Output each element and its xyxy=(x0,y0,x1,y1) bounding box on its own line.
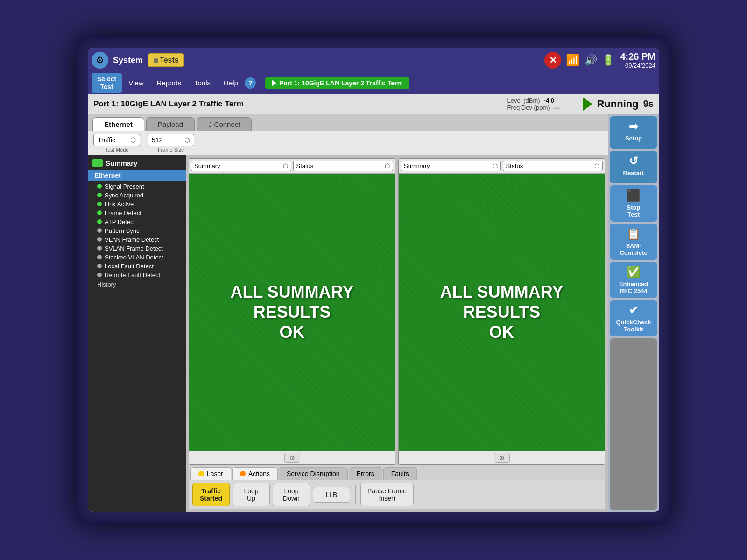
port-metrics: Level (dBm) -4.0 Freq Dev (ppm) — xyxy=(507,97,560,111)
port-triangle-icon xyxy=(272,80,276,86)
status-dot-green xyxy=(97,193,102,197)
frame-size-select[interactable]: 512 ⬡ xyxy=(148,134,194,146)
tab-errors[interactable]: Errors xyxy=(349,467,382,480)
tab-bar: Ethernet Payload J-Connect xyxy=(88,114,608,131)
loop-down-button[interactable]: LoopDown xyxy=(273,483,310,506)
list-item[interactable]: Sync Acquired xyxy=(88,191,186,200)
screen: ⚙ System ▦ Tests ✕ 📶 🔊 🔋 4:26 PM 09/24/2… xyxy=(88,48,659,512)
result-2-summary-arrow-icon: ⬡ xyxy=(493,162,498,169)
list-item[interactable]: Signal Present xyxy=(88,182,186,191)
menu-bar: SelectTest View Reports Tools Help ? Por… xyxy=(88,72,659,94)
tab-faults[interactable]: Faults xyxy=(383,467,417,480)
port-info-bar: Port 1: 10GigE LAN Layer 2 Traffic Term … xyxy=(88,94,659,114)
status-dot-gray xyxy=(97,273,102,277)
result-1-status-arrow-icon: ⬡ xyxy=(385,162,390,169)
menu-help[interactable]: Help xyxy=(217,77,245,89)
enhanced-rfc-button[interactable]: ✅ EnhancedRFC 2544 xyxy=(610,262,657,298)
frame-size-control: 512 ⬡ Frame Size xyxy=(148,134,194,153)
list-item[interactable]: Pattern Sync xyxy=(88,226,186,235)
list-item[interactable]: Stacked VLAN Detect xyxy=(88,253,186,262)
result-2-content: ALL SUMMARYRESULTSOK xyxy=(399,174,605,451)
list-item[interactable]: Remote Fault Detect xyxy=(88,271,186,280)
result-1-select-status[interactable]: Status ⬡ xyxy=(293,161,394,171)
tab-j-connect[interactable]: J-Connect xyxy=(197,117,252,131)
content-area: Ethernet Payload J-Connect Traffic ⬡ Tes… xyxy=(88,114,608,512)
sidebar-gray-spacer xyxy=(610,338,657,510)
panels-area: Summary Ethernet Signal Present Sync Acq… xyxy=(88,155,608,512)
traffic-started-button[interactable]: TrafficStarted xyxy=(192,483,230,506)
tab-payload[interactable]: Payload xyxy=(146,117,195,131)
list-item[interactable]: SVLAN Frame Detect xyxy=(88,244,186,253)
results-area: Summary ⬡ Status ⬡ ALL SUMMARYR xyxy=(186,155,608,512)
result-2-expand-button[interactable]: ⊕ xyxy=(494,453,510,463)
separator xyxy=(355,485,356,504)
menu-view[interactable]: View xyxy=(122,77,150,89)
close-icon[interactable]: ✕ xyxy=(544,52,561,69)
battery-icon: 🔋 xyxy=(602,54,614,66)
menu-reports[interactable]: Reports xyxy=(150,77,188,89)
clock: 4:26 PM 09/24/2024 xyxy=(620,51,655,69)
tab-ethernet[interactable]: Ethernet xyxy=(92,117,144,131)
device-frame: ⚙ System ▦ Tests ✕ 📶 🔊 🔋 4:26 PM 09/24/2… xyxy=(75,35,672,525)
stop-icon: ⬛ xyxy=(627,189,641,202)
result-1-footer: ⊕ xyxy=(189,451,395,464)
result-panel-1-header: Summary ⬡ Status ⬡ xyxy=(189,159,395,174)
result-1-select-summary[interactable]: Summary ⬡ xyxy=(191,161,291,171)
wifi-icon: 📶 xyxy=(566,54,580,67)
list-item[interactable]: VLAN Frame Detect xyxy=(88,235,186,244)
select-test-button[interactable]: SelectTest xyxy=(92,73,122,93)
status-dot-green xyxy=(97,219,102,224)
test-mode-control: Traffic ⬡ Test Mode xyxy=(93,134,140,153)
list-item[interactable]: Link Active xyxy=(88,200,186,209)
help-icon[interactable]: ? xyxy=(245,77,256,89)
main-content: Ethernet Payload J-Connect Traffic ⬡ Tes… xyxy=(88,114,659,512)
pause-frame-insert-button[interactable]: Pause FrameInsert xyxy=(360,483,414,506)
speaker-icon: 🔊 xyxy=(585,54,597,66)
status-dot-gray xyxy=(97,246,102,251)
test-mode-select[interactable]: Traffic ⬡ xyxy=(93,134,140,146)
status-dot-green xyxy=(97,184,102,189)
results-top: Summary ⬡ Status ⬡ ALL SUMMARYR xyxy=(189,158,605,465)
controls-row: Traffic ⬡ Test Mode 512 ⬡ Frame Size xyxy=(88,131,608,155)
quickcheck-button[interactable]: ✔ QuickCheckToolkit xyxy=(610,300,657,336)
result-2-select-status[interactable]: Status ⬡ xyxy=(503,161,603,171)
frame-size-arrow-icon: ⬡ xyxy=(184,136,190,144)
stop-test-button[interactable]: ⬛ StopTest xyxy=(610,185,657,222)
running-indicator: Running 9s xyxy=(583,98,654,111)
laser-dot-icon xyxy=(198,471,204,476)
running-arrow-icon xyxy=(583,98,592,111)
tab-service-disruption[interactable]: Service Disruption xyxy=(279,467,348,480)
restart-button[interactable]: ↺ Restart xyxy=(610,151,657,183)
list-item[interactable]: Frame Detect xyxy=(88,209,186,217)
list-item[interactable]: ATP Detect xyxy=(88,217,186,226)
tab-actions[interactable]: Actions xyxy=(232,467,278,480)
tests-button[interactable]: ▦ Tests xyxy=(148,53,184,67)
top-bar: ⚙ System ▦ Tests ✕ 📶 🔊 🔋 4:26 PM 09/24/2… xyxy=(88,48,659,72)
frame-size-label: Frame Size xyxy=(148,147,194,153)
list-item[interactable]: Local Fault Detect xyxy=(88,262,186,271)
left-panel-history[interactable]: History xyxy=(88,280,186,289)
loop-up-button[interactable]: LoopUp xyxy=(233,483,270,506)
gear-icon[interactable]: ⚙ xyxy=(92,52,108,69)
setup-arrow-icon: ➡ xyxy=(629,120,638,133)
status-dot-gray xyxy=(97,228,102,233)
result-2-select-summary[interactable]: Summary ⬡ xyxy=(401,161,501,171)
result-panel-2-header: Summary ⬡ Status ⬡ xyxy=(399,159,605,174)
left-panel-summary: Summary xyxy=(88,157,186,169)
sam-complete-button[interactable]: 📋 SAM-Complete xyxy=(610,224,657,260)
setup-button[interactable]: ➡ Setup xyxy=(610,116,657,149)
test-mode-arrow-icon: ⬡ xyxy=(130,136,136,144)
system-label: System xyxy=(113,56,143,65)
restart-icon: ↺ xyxy=(629,154,638,168)
result-1-expand-button[interactable]: ⊕ xyxy=(284,453,300,463)
action-buttons: TrafficStarted LoopUp LoopDown LLB Pause… xyxy=(189,480,605,509)
status-dot-green xyxy=(97,210,102,215)
tab-laser[interactable]: Laser xyxy=(190,467,231,480)
status-dot-gray xyxy=(97,237,102,242)
status-dot-gray xyxy=(97,255,102,259)
result-panel-1: Summary ⬡ Status ⬡ ALL SUMMARYR xyxy=(189,158,395,465)
port-title: Port 1: 10GigE LAN Layer 2 Traffic Term xyxy=(93,99,244,109)
left-panel-ethernet[interactable]: Ethernet xyxy=(88,170,186,181)
menu-tools[interactable]: Tools xyxy=(188,77,217,89)
llb-button[interactable]: LLB xyxy=(313,487,350,503)
